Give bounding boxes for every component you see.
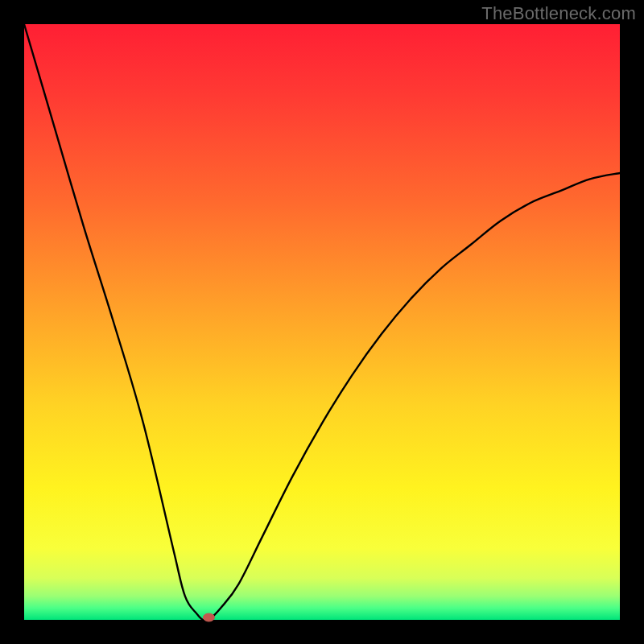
- optimal-point-marker: [203, 613, 214, 621]
- plot-area: [24, 24, 620, 620]
- chart-frame: TheBottleneck.com: [0, 0, 644, 644]
- bottleneck-curve: [24, 24, 620, 620]
- watermark-text: TheBottleneck.com: [481, 3, 636, 24]
